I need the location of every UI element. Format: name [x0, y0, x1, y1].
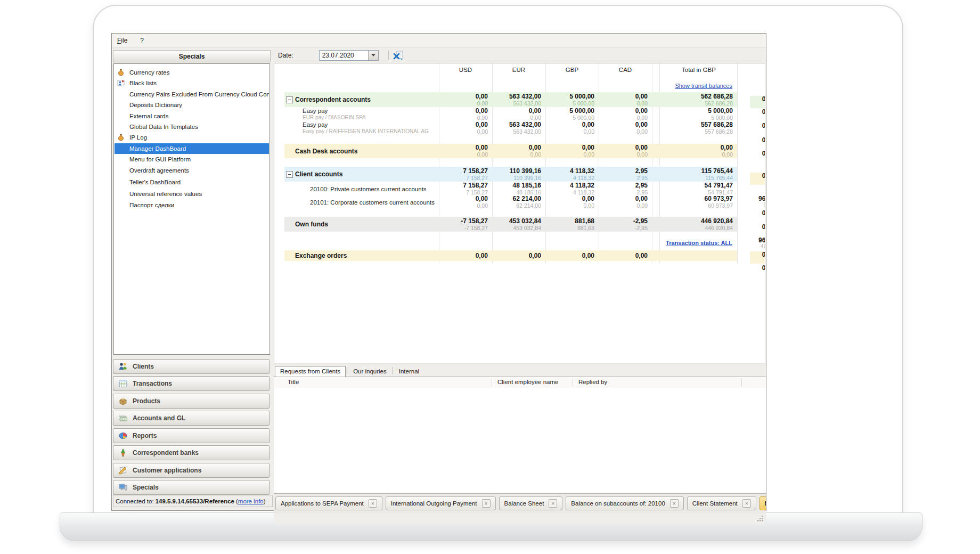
cell-usd: 7 158,277 158,27 [439, 182, 492, 195]
page: File ? Specials Currency rates Black lis… [0, 0, 980, 554]
sidebar-nav-customer-applications[interactable]: Customer applications [113, 463, 270, 478]
doc-tab-manager-dashboard[interactable]: Manager DashBoar ✕ [760, 496, 766, 510]
clipped-value: 0,000,0 [750, 210, 765, 222]
tab-our-inquries[interactable]: Our inquries [348, 366, 391, 376]
close-icon[interactable]: ✕ [482, 499, 491, 508]
sidebar-nav-correspondent-banks[interactable]: Correspondent banks [113, 445, 270, 460]
close-icon[interactable]: ✕ [369, 499, 377, 508]
nav-label: Customer applications [133, 467, 201, 474]
column-header-title[interactable]: Title [288, 379, 299, 385]
sidebar-header: Specials [113, 50, 271, 62]
toolbar-separator [388, 51, 389, 60]
resize-grip[interactable] [757, 515, 764, 522]
sidebar-item-label: Паспорт сделки [129, 202, 174, 208]
collapse-icon[interactable] [286, 171, 293, 178]
cell-cad: 2,952,95 [599, 167, 652, 182]
doc-tab-sepa[interactable]: Applications to SEPA Payment ✕ [275, 496, 382, 510]
accounts-icon [118, 413, 128, 423]
requests-tab-bar: Requests from Clients Our inquries Inter… [274, 364, 766, 376]
doc-tab-label: Client Statement [692, 500, 738, 507]
cell-total: 54 791,4754 791,47 [660, 182, 737, 195]
chevron-down-icon[interactable] [368, 51, 378, 60]
cell-eur: 563 432,00563 432,00 [492, 92, 545, 107]
sidebar-item-external-cards[interactable]: External cards [115, 111, 269, 121]
sidebar-nav-clients[interactable]: Clients [113, 359, 270, 374]
sidebar-item-overdraft-agreements[interactable]: Overdraft agreements [115, 165, 269, 176]
show-transit-balances-link[interactable]: Show transit balances [675, 83, 732, 89]
sidebar-item-label: Black lists [129, 80, 157, 86]
more-info-link[interactable]: more info [238, 498, 264, 504]
close-icon[interactable]: ✕ [670, 499, 679, 508]
sidebar-item-tellers-dashboard[interactable]: Teller's DashBoard [115, 177, 269, 188]
clipped-value: 0,000,0 [750, 123, 765, 135]
requests-list-body[interactable] [274, 388, 766, 493]
column-separator[interactable] [573, 378, 573, 386]
column-header-replied-by[interactable]: Replied by [578, 379, 607, 385]
sidebar-item-manager-dashboard[interactable]: Manager DashBoard [115, 143, 269, 154]
table-row-easy-pay-raiffeisen[interactable]: Easy payEasy pay / RAIFFEISEN BANK INTER… [284, 121, 737, 135]
tab-internal[interactable]: Internal [394, 366, 424, 376]
requests-list-header: Title Client employee name Replied by [274, 377, 766, 388]
sidebar-item-ip-log[interactable]: IP Log [115, 132, 269, 143]
sidebar-item-deposits-dictionary[interactable]: Deposits Dictionary [115, 100, 269, 110]
table-row-easy-pay-diasorin[interactable]: Easy payEUR pay / DIASORIN SPA 0,000,00 … [284, 107, 737, 121]
doc-tab-subaccounts[interactable]: Balance on subaccounts of: 20100 ✕ [566, 496, 683, 510]
doc-tab-international[interactable]: International Outgoing Payment ✕ [386, 496, 496, 510]
column-separator[interactable] [492, 378, 492, 386]
transaction-status-link[interactable]: Transaction status: ALL [666, 240, 732, 246]
sidebar-item-black-lists[interactable]: Black lists [115, 78, 269, 88]
cell-usd: 7 158,277 158,27 [439, 167, 492, 182]
sidebar-item-universal-reference-values[interactable]: Universal reference values [115, 189, 269, 199]
sidebar-item-menu-gui-platform[interactable]: Menu for GUI Platform [115, 154, 269, 165]
products-icon [118, 396, 128, 406]
sidebar-item-currency-pairs-excluded[interactable]: Currency Pairs Excluded From Currency Cl… [115, 89, 269, 100]
date-picker[interactable]: 23.07.2020 [319, 50, 379, 61]
tab-requests-from-clients[interactable]: Requests from Clients [275, 366, 346, 377]
collapse-icon[interactable] [286, 96, 293, 103]
close-icon[interactable]: ✕ [549, 499, 557, 508]
cell-total [660, 250, 737, 261]
column-header-total-gbp: Total in GBP [660, 67, 737, 75]
table-row-own-funds[interactable]: Own funds -7 158,27-7 158,27 453 032,844… [284, 217, 737, 232]
excel-export-icon[interactable] [393, 50, 404, 61]
cell-gbp: 0,000,00 [545, 195, 599, 209]
sidebar-nav-reports[interactable]: Reports [113, 428, 270, 443]
sidebar: Specials Currency rates Black lists Curr… [113, 47, 271, 510]
nav-label: Specials [133, 484, 159, 491]
cell-total: 557 686,28557 686,28 [660, 121, 737, 135]
row-label: Cash Desk accounts [295, 148, 439, 155]
table-row-20100[interactable]: 20100: Private customers current account… [284, 182, 737, 195]
sidebar-nav-accounts-gl[interactable]: Accounts and GL [113, 411, 270, 426]
nav-label: Clients [133, 363, 154, 370]
table-row-20101[interactable]: 20101: Corporate customers current accou… [284, 195, 737, 209]
clipped-value: 0,000,0 [750, 173, 765, 185]
table-row-exchange-orders[interactable]: Exchange orders 0,00 0,00 0,00 0,00 [284, 250, 737, 261]
cell-cad: 0,000,00 [599, 144, 652, 158]
sidebar-nav-transactions[interactable]: Transactions [113, 376, 270, 391]
sidebar-item-pasport-sdelki[interactable]: Паспорт сделки [115, 200, 269, 210]
doc-tab-balance-sheet[interactable]: Balance Sheet ✕ [499, 496, 563, 510]
doc-tab-client-statement[interactable]: Client Statement ✕ [687, 496, 756, 510]
toolbar: Date: 23.07.2020 [274, 47, 766, 63]
clipped-column: 0,000,0 0,000,0 0,000,0 0,000,0 0,000,0 … [750, 63, 765, 287]
doc-tab-label: Balance Sheet [504, 500, 544, 507]
sidebar-nav-products[interactable]: Products [113, 394, 270, 409]
sidebar-item-currency-rates[interactable]: Currency rates [115, 67, 269, 78]
row-label: 20101: Corporate customers current accou… [310, 199, 439, 206]
sidebar-nav-specials[interactable]: Specials [113, 480, 270, 495]
table-row-client-accounts[interactable]: Client accounts 7 158,277 158,27 110 399… [284, 167, 737, 182]
table-row-correspondent-accounts[interactable]: Correspondent accounts 0,000,00 563 432,… [284, 92, 737, 107]
table-row-cash-desk-accounts[interactable]: Cash Desk accounts 0,000,00 0,000,00 0,0… [284, 144, 737, 158]
cell-usd: 0,000,00 [439, 144, 492, 158]
sidebar-tree: Currency rates Black lists Currency Pair… [113, 63, 270, 355]
sidebar-item-label: Deposits Dictionary [129, 102, 182, 108]
sidebar-item-global-data-templates[interactable]: Global Data In Templates [115, 121, 269, 132]
close-icon[interactable]: ✕ [742, 499, 751, 508]
clipped-value: 96,5096,5 [750, 195, 765, 208]
menu-file[interactable]: File [117, 37, 127, 44]
sidebar-item-label: Teller's DashBoard [129, 179, 181, 185]
specials-icon [118, 483, 128, 492]
column-separator[interactable] [741, 378, 742, 386]
column-header-client-employee[interactable]: Client employee name [497, 379, 558, 385]
menu-help[interactable]: ? [140, 37, 144, 44]
